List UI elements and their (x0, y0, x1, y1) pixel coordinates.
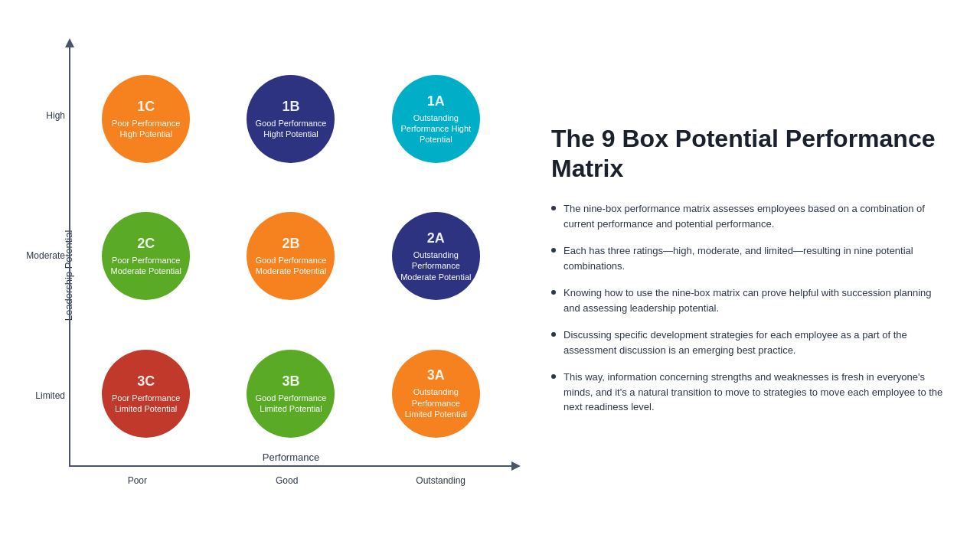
cell-1B: 1B Good Performance Hight Potential (221, 54, 360, 184)
bullet-list: The nine-box performance matrix assesses… (551, 201, 949, 415)
circle-2A: 2A Outstanding Performance Moderate Pote… (392, 212, 480, 300)
circle-3C-text: Poor Performance Limited Potential (109, 393, 182, 415)
circle-1A: 1A Outstanding Performance Hight Potenti… (392, 75, 480, 163)
main-container: Leadership Potential High Moderate Limit… (15, 15, 965, 536)
circle-2A-text: Outstanding Performance Moderate Potenti… (400, 249, 472, 282)
circle-1C: 1C Poor Performance High Potential (102, 75, 190, 163)
bullet-text-4: Discussing specific development strategi… (564, 328, 949, 357)
x-axis (69, 465, 513, 467)
circle-2C: 2C Poor Performance Moderate Potential (102, 212, 190, 300)
circle-2B: 2B Good Performance Moderate Potential (247, 212, 335, 300)
circle-3B: 3B Good Performance Limited Potential (247, 350, 335, 438)
bullet-item-2: Each has three ratings—high, moderate, a… (551, 243, 949, 273)
bullet-dot-3 (551, 290, 556, 295)
cell-3C: 3C Poor Performance Limited Potential (77, 328, 215, 459)
circle-1C-id: 1C (137, 99, 155, 115)
y-axis-arrow (65, 38, 74, 47)
bullet-item-1: The nine-box performance matrix assesses… (551, 201, 949, 231)
bullet-text-3: Knowing how to use the nine-box matrix c… (564, 285, 949, 315)
cell-3B: 3B Good Performance Limited Potential (221, 328, 360, 459)
circle-2C-id: 2C (137, 236, 155, 252)
matrix-panel: Leadership Potential High Moderate Limit… (15, 23, 521, 528)
matrix-grid: 1C Poor Performance High Potential 1B Go… (77, 54, 505, 459)
circle-2B-id: 2B (282, 236, 299, 252)
circle-3B-id: 3B (282, 373, 299, 390)
cell-2A: 2A Outstanding Performance Moderate Pote… (367, 191, 505, 321)
cell-1A: 1A Outstanding Performance Hight Potenti… (367, 54, 505, 184)
bullet-text-5: This way, information concerning strengt… (564, 370, 949, 415)
circle-1B-id: 1B (282, 99, 299, 115)
page-title: The 9 Box Potential Performance Matrix (551, 124, 949, 183)
circle-3C-id: 3C (137, 373, 155, 390)
bullet-dot-2 (551, 248, 556, 253)
y-tick-moderate: Moderate (23, 250, 65, 261)
circle-1A-text: Outstanding Performance Hight Potential (400, 112, 472, 145)
cell-1C: 1C Poor Performance High Potential (77, 54, 215, 184)
x-tick-outstanding: Outstanding (416, 475, 466, 486)
cell-2C: 2C Poor Performance Moderate Potential (77, 191, 215, 321)
circle-3A-id: 3A (427, 367, 445, 383)
circle-1B: 1B Good Performance Hight Potential (247, 75, 335, 163)
x-axis-label: Performance (263, 452, 319, 463)
y-tick-high: High (23, 110, 65, 121)
circle-1A-id: 1A (427, 93, 445, 109)
cell-3A: 3A Outstanding Performance Limited Poten… (367, 328, 505, 459)
circle-1B-text: Good Performance Hight Potential (254, 118, 327, 140)
circle-3A-text: Outstanding Performance Limited Potentia… (400, 386, 472, 419)
y-tick-limited: Limited (23, 390, 65, 401)
x-tick-good: Good (276, 475, 298, 486)
axis-area: High Moderate Limited Poor Good Outstand… (69, 46, 513, 467)
bullet-text-2: Each has three ratings—high, moderate, a… (564, 243, 949, 273)
x-tick-poor: Poor (128, 475, 147, 486)
x-axis-arrow (511, 461, 521, 471)
bullet-dot-1 (551, 206, 556, 210)
bullet-dot-4 (551, 332, 556, 337)
circle-2A-id: 2A (427, 230, 445, 246)
bullet-dot-5 (551, 374, 556, 379)
circle-3B-text: Good Performance Limited Potential (254, 393, 327, 415)
circle-2B-text: Good Performance Moderate Potential (254, 255, 327, 277)
bullet-item-3: Knowing how to use the nine-box matrix c… (551, 285, 949, 315)
circle-1C-text: Poor Performance High Potential (109, 118, 182, 140)
circle-2C-text: Poor Performance Moderate Potential (109, 255, 182, 277)
bullet-item-5: This way, information concerning strengt… (551, 370, 949, 415)
right-panel: The 9 Box Potential Performance Matrix T… (544, 116, 965, 434)
bullet-text-1: The nine-box performance matrix assesses… (564, 201, 949, 231)
cell-2B: 2B Good Performance Moderate Potential (221, 191, 360, 321)
bullet-item-4: Discussing specific development strategi… (551, 328, 949, 357)
circle-3C: 3C Poor Performance Limited Potential (102, 350, 190, 438)
circle-3A: 3A Outstanding Performance Limited Poten… (392, 350, 480, 438)
y-axis (69, 46, 70, 467)
